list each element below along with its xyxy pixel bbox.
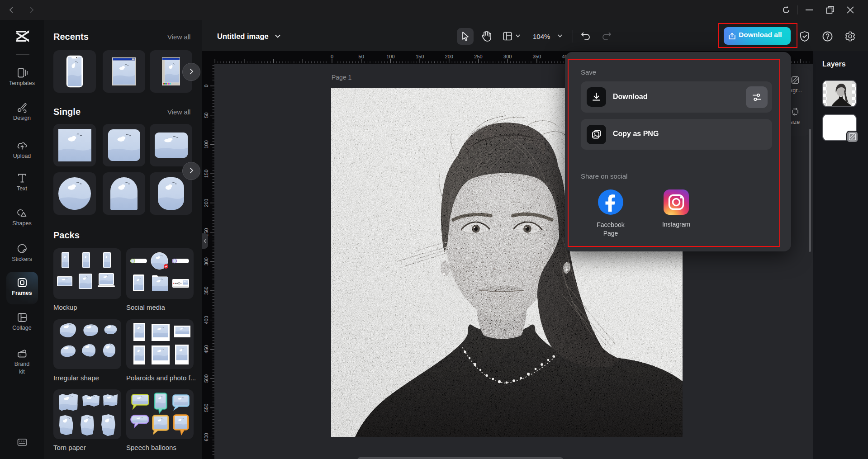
svg-text:500: 500 xyxy=(204,374,209,383)
svg-text:50: 50 xyxy=(204,113,209,118)
svg-text:350: 350 xyxy=(533,54,541,59)
svg-text:0: 0 xyxy=(331,54,333,59)
svg-text:200: 200 xyxy=(204,199,209,207)
svg-text:0: 0 xyxy=(204,85,209,87)
svg-text:100: 100 xyxy=(386,54,394,59)
svg-text:300: 300 xyxy=(204,257,209,265)
svg-text:600: 600 xyxy=(204,433,209,441)
svg-text:150: 150 xyxy=(204,170,209,178)
svg-text:100: 100 xyxy=(204,140,209,148)
svg-text:350: 350 xyxy=(204,287,209,295)
svg-text:150: 150 xyxy=(416,54,424,59)
svg-text:550: 550 xyxy=(204,404,209,412)
svg-text:300: 300 xyxy=(503,54,512,59)
svg-text:400: 400 xyxy=(204,316,209,324)
svg-text:250: 250 xyxy=(474,54,482,59)
svg-text:50: 50 xyxy=(359,54,364,59)
svg-text:450: 450 xyxy=(204,345,209,353)
svg-text:200: 200 xyxy=(445,54,453,59)
